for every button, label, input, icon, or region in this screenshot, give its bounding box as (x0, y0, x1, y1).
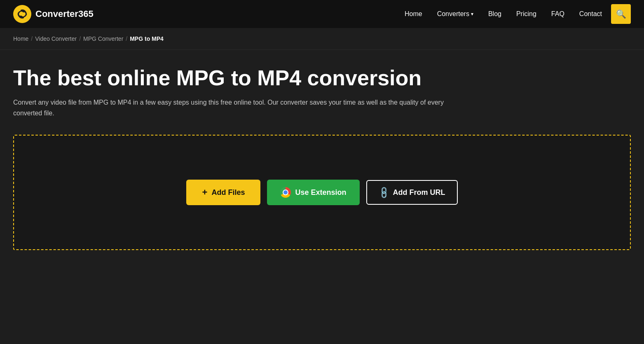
add-files-button[interactable]: + Add Files (186, 180, 260, 205)
use-extension-label: Use Extension (295, 188, 346, 197)
logo-link[interactable]: Converter365 (13, 5, 94, 23)
plus-icon: + (202, 187, 208, 198)
page-title: The best online MPG to MP4 conversion (13, 66, 631, 90)
page-description: Convert any video file from MPG to MP4 i… (13, 97, 466, 118)
add-url-button[interactable]: 🔗 Add From URL (366, 180, 458, 205)
breadcrumb-current: MPG to MP4 (130, 35, 164, 42)
breadcrumb-home[interactable]: Home (13, 35, 28, 42)
nav-blog[interactable]: Blog (482, 7, 507, 21)
breadcrumb-sep-3: / (126, 35, 127, 42)
nav-converters[interactable]: Converters ▾ (431, 7, 479, 21)
link-icon: 🔗 (377, 185, 391, 200)
nav-home[interactable]: Home (399, 7, 428, 21)
breadcrumb-bar: Home / Video Converter / MPG Converter /… (0, 28, 644, 50)
drop-zone-buttons: + Add Files Use Extension 🔗 Add From URL (186, 180, 457, 205)
nav-contact[interactable]: Contact (574, 7, 608, 21)
main-content: The best online MPG to MP4 conversion Co… (0, 50, 644, 267)
breadcrumb: Home / Video Converter / MPG Converter /… (13, 35, 631, 42)
chevron-down-icon: ▾ (471, 11, 473, 17)
svg-point-0 (13, 5, 31, 23)
drop-zone[interactable]: + Add Files Use Extension 🔗 Add From URL (13, 135, 631, 250)
use-extension-button[interactable]: Use Extension (267, 180, 359, 205)
breadcrumb-sep-2: / (79, 35, 81, 42)
brand-name: Converter365 (35, 9, 94, 19)
chrome-icon (280, 187, 291, 198)
site-header: Converter365 Home Converters ▾ Blog Pric… (0, 0, 644, 28)
search-icon: 🔍 (616, 9, 626, 19)
add-files-label: Add Files (211, 188, 245, 197)
add-url-label: Add From URL (393, 188, 445, 197)
breadcrumb-sep-1: / (31, 35, 33, 42)
breadcrumb-mpg-converter[interactable]: MPG Converter (83, 35, 123, 42)
logo-icon (13, 5, 31, 23)
main-nav: Home Converters ▾ Blog Pricing FAQ Conta… (399, 4, 631, 24)
nav-faq[interactable]: FAQ (546, 7, 570, 21)
search-button[interactable]: 🔍 (611, 4, 631, 24)
breadcrumb-video-converter[interactable]: Video Converter (35, 35, 77, 42)
nav-pricing[interactable]: Pricing (511, 7, 542, 21)
